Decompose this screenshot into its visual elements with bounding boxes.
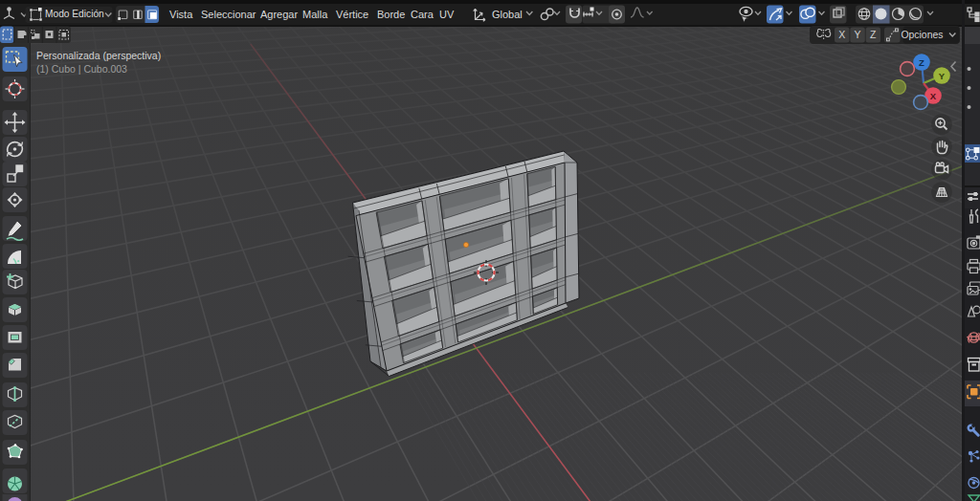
svg-text:X: X — [930, 91, 937, 101]
svg-text:X: X — [838, 29, 845, 40]
svg-text:Opciones: Opciones — [902, 30, 944, 40]
svg-text:Z: Z — [870, 29, 877, 40]
svg-text:Y: Y — [939, 71, 946, 81]
svg-text:Y: Y — [854, 29, 860, 40]
svg-text:Z: Z — [919, 57, 924, 68]
